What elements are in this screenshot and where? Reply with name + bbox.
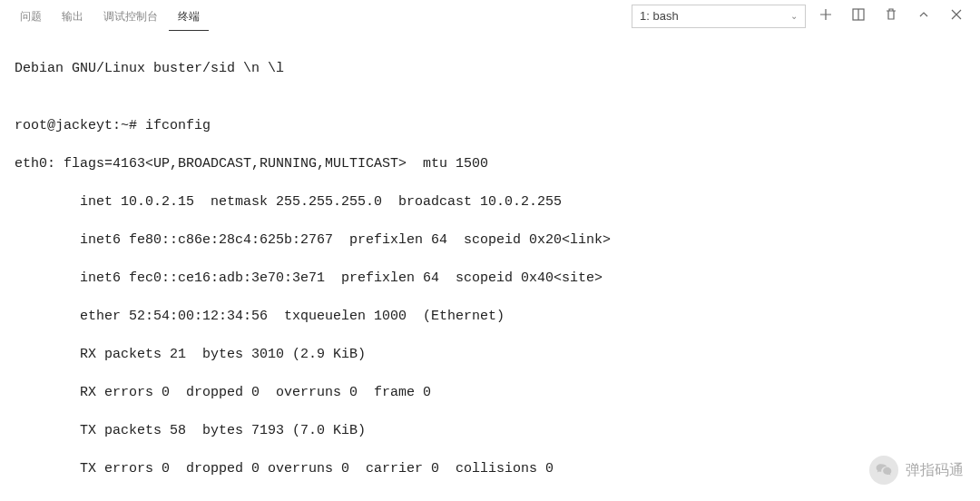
plus-icon xyxy=(818,7,833,25)
new-terminal-button[interactable] xyxy=(813,4,838,29)
panel-tabs: 问题 输出 调试控制台 终端 xyxy=(11,2,209,31)
tab-debug-console[interactable]: 调试控制台 xyxy=(94,2,167,31)
watermark: 弹指码通 xyxy=(869,456,964,485)
wechat-icon xyxy=(869,456,898,485)
split-terminal-button[interactable] xyxy=(846,4,871,29)
tab-terminal[interactable]: 终端 xyxy=(169,2,209,31)
terminal-line: inet6 fec0::ce16:adb:3e70:3e71 prefixlen… xyxy=(15,269,965,288)
terminal-line: RX packets 21 bytes 3010 (2.9 KiB) xyxy=(15,345,965,364)
terminal-line: inet 10.0.2.15 netmask 255.255.255.0 bro… xyxy=(15,192,965,211)
tab-output[interactable]: 输出 xyxy=(53,2,93,31)
trash-icon xyxy=(884,7,898,25)
terminal-line: ether 52:54:00:12:34:56 txqueuelen 1000 … xyxy=(15,307,965,326)
kill-terminal-button[interactable] xyxy=(878,4,904,29)
terminal-selector-value: 1: bash xyxy=(640,9,679,23)
terminal-line: TX packets 58 bytes 7193 (7.0 KiB) xyxy=(15,421,965,440)
split-icon xyxy=(851,7,866,25)
chevron-down-icon: ⌄ xyxy=(790,11,798,21)
chevron-up-icon xyxy=(916,7,931,25)
terminal-line: TX errors 0 dropped 0 overruns 0 carrier… xyxy=(15,459,965,478)
terminal-line: Debian GNU/Linux buster/sid \n \l xyxy=(15,59,965,78)
tab-problems[interactable]: 问题 xyxy=(11,2,51,31)
terminal-output[interactable]: Debian GNU/Linux buster/sid \n \l root@j… xyxy=(0,33,980,501)
close-panel-button[interactable] xyxy=(944,4,969,29)
terminal-line: RX errors 0 dropped 0 overruns 0 frame 0 xyxy=(15,383,965,402)
terminal-line: root@jackeyt:~# ifconfig xyxy=(15,116,965,135)
watermark-text: 弹指码通 xyxy=(906,461,964,480)
panel-header: 问题 输出 调试控制台 终端 1: bash ⌄ xyxy=(0,0,980,33)
terminal-line: inet6 fe80::c86e:28c4:625b:2767 prefixle… xyxy=(15,231,965,250)
maximize-panel-button[interactable] xyxy=(911,4,936,29)
terminal-actions: 1: bash ⌄ xyxy=(632,4,969,29)
close-icon xyxy=(949,7,964,25)
terminal-line: eth0: flags=4163<UP,BROADCAST,RUNNING,MU… xyxy=(15,154,965,173)
terminal-selector-dropdown[interactable]: 1: bash ⌄ xyxy=(632,5,806,28)
